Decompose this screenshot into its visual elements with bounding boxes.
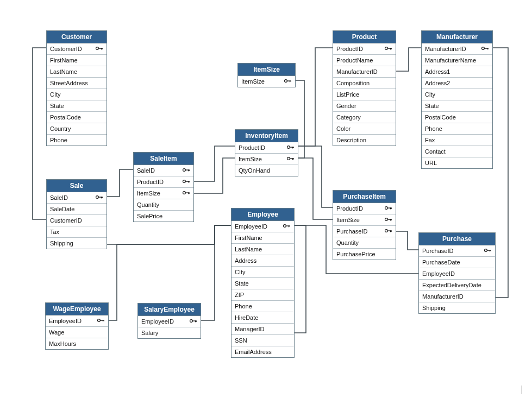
field-row[interactable]: Contact <box>422 146 492 157</box>
field-label: SaleID <box>50 194 93 201</box>
field-row[interactable]: CIty <box>231 267 294 278</box>
entity-salaryEmployee[interactable]: SalaryEmployeeEmployeeIDSalary <box>137 303 201 339</box>
field-row[interactable]: MaxHours <box>46 338 108 349</box>
field-row[interactable]: Shipping <box>47 238 107 249</box>
field-row[interactable]: Color <box>333 123 396 135</box>
field-row[interactable]: Fax <box>422 135 492 146</box>
field-row[interactable]: State <box>231 278 294 289</box>
field-row[interactable]: HireDate <box>231 312 294 324</box>
field-row[interactable]: StreetAddress <box>47 78 107 89</box>
field-row[interactable]: PurchaseID <box>333 226 396 237</box>
field-row[interactable]: Phone <box>422 123 492 135</box>
field-row[interactable]: Address1 <box>422 66 492 78</box>
field-row[interactable]: ManufacturerName <box>422 55 492 66</box>
field-row[interactable]: ProductName <box>333 55 396 66</box>
svg-rect-26 <box>195 320 196 322</box>
entity-sale[interactable]: SaleSaleIDSaleDateCustomerIDTaxShipping <box>46 179 107 249</box>
field-row[interactable]: EmployeeID <box>231 221 294 232</box>
field-row[interactable]: LastName <box>47 66 107 78</box>
field-row[interactable]: FirstName <box>47 55 107 66</box>
field-label: FirstName <box>235 235 291 241</box>
field-row[interactable]: SaleDate <box>47 204 107 215</box>
field-row[interactable]: SSN <box>231 335 294 346</box>
field-row[interactable]: City <box>422 89 492 100</box>
field-row[interactable]: State <box>422 100 492 112</box>
entity-purchase[interactable]: PurchasePurchaseIDPurchaseDateEmployeeID… <box>418 232 496 314</box>
entity-itemSize[interactable]: ItemSizeItemSize <box>237 63 296 87</box>
field-row[interactable]: SaleID <box>134 165 193 176</box>
field-row[interactable]: Country <box>47 123 107 135</box>
field-row[interactable]: Composition <box>333 78 396 89</box>
entity-product[interactable]: ProductProductIDProductNameManufacturerI… <box>333 30 396 146</box>
field-row[interactable]: ManufacturerID <box>333 66 396 78</box>
entity-saleItem[interactable]: SaleItemSaleIDProductIDItemSizeQuantityS… <box>133 152 194 222</box>
field-label: Category <box>336 114 392 121</box>
field-label: Color <box>336 125 392 132</box>
field-row[interactable]: Category <box>333 112 396 123</box>
svg-rect-49 <box>387 207 391 208</box>
field-label: Phone <box>50 137 103 143</box>
field-row[interactable]: Wage <box>46 327 108 338</box>
field-row[interactable]: Phone <box>231 301 294 312</box>
field-row[interactable]: CIty <box>47 89 107 100</box>
field-row[interactable]: ManufacturerID <box>419 291 495 302</box>
field-label: Address <box>235 257 291 264</box>
field-row[interactable]: Phone <box>47 135 107 146</box>
field-row[interactable]: State <box>47 100 107 112</box>
entity-purchaseItem[interactable]: PurchaseItemProductIDItemSizePurchaseIDQ… <box>333 190 396 260</box>
field-row[interactable]: FirstName <box>231 232 294 244</box>
field-row[interactable]: LastName <box>231 244 294 255</box>
field-row[interactable]: QtyOnHand <box>235 165 298 176</box>
svg-point-16 <box>183 180 185 183</box>
field-row[interactable]: ItemSize <box>238 76 295 87</box>
field-row[interactable]: Shipping <box>419 302 495 313</box>
field-row[interactable]: ItemSize <box>333 214 396 226</box>
field-row[interactable]: Address <box>231 255 294 267</box>
rel-saleitem-invsize <box>193 158 235 193</box>
field-row[interactable]: ProductID <box>134 176 193 188</box>
field-row[interactable]: ManufacturerID <box>422 43 492 55</box>
field-row[interactable]: URL <box>422 157 492 168</box>
entity-header: ItemSize <box>238 64 295 76</box>
field-row[interactable]: ProductID <box>333 43 396 55</box>
entity-wageEmployee[interactable]: WageEmployeeEmployeeIDWageMaxHours <box>45 302 109 350</box>
field-row[interactable]: Tax <box>47 226 107 238</box>
field-label: Country <box>50 125 103 132</box>
field-row[interactable]: ManagerID <box>231 324 294 335</box>
entity-manufacturer[interactable]: ManufacturerManufacturerIDManufacturerNa… <box>421 30 493 169</box>
field-label: SalePrice <box>137 213 190 219</box>
field-row[interactable]: Salary <box>138 327 201 338</box>
field-row[interactable]: CustomerID <box>47 43 107 55</box>
field-row[interactable]: ZIP <box>231 289 294 301</box>
key-icon <box>284 79 292 84</box>
field-row[interactable]: ListPrice <box>333 89 396 100</box>
field-row[interactable]: Quantity <box>134 199 193 211</box>
field-row[interactable]: EmployeeID <box>46 315 108 327</box>
field-row[interactable]: Gender <box>333 100 396 112</box>
field-row[interactable]: ExpectedDeliveryDate <box>419 280 495 291</box>
svg-rect-9 <box>100 320 104 320</box>
field-row[interactable]: Address2 <box>422 78 492 89</box>
field-row[interactable]: ItemSize <box>235 154 298 165</box>
entity-employee[interactable]: EmployeeEmployeeIDFirstNameLastNameAddre… <box>231 208 295 358</box>
field-row[interactable]: ProductID <box>235 142 298 154</box>
field-row[interactable]: EmployeeID <box>138 316 201 327</box>
field-row[interactable]: PurchasePrice <box>333 249 396 260</box>
field-row[interactable]: ItemSize <box>134 188 193 199</box>
field-row[interactable]: SaleID <box>47 192 107 204</box>
entity-inventoryItem[interactable]: InventoryItemProductIDItemSizeQtyOnHand <box>235 129 298 176</box>
key-icon <box>385 206 392 211</box>
field-row[interactable]: PostalCode <box>422 112 492 123</box>
field-row[interactable]: PurchaseDate <box>419 257 495 268</box>
field-row[interactable]: SalePrice <box>134 211 193 222</box>
svg-rect-1 <box>98 48 102 48</box>
entity-customer[interactable]: CustomerCustomerIDFirstNameLastNameStree… <box>46 30 107 146</box>
field-row[interactable]: EmailAddress <box>231 346 294 357</box>
field-row[interactable]: Quantity <box>333 237 396 249</box>
field-row[interactable]: CustomerID <box>47 215 107 226</box>
field-row[interactable]: EmployeeID <box>419 268 495 280</box>
field-row[interactable]: PostalCode <box>47 112 107 123</box>
field-row[interactable]: PurchaseID <box>419 245 495 257</box>
field-row[interactable]: ProductID <box>333 203 396 214</box>
field-row[interactable]: Description <box>333 135 396 146</box>
